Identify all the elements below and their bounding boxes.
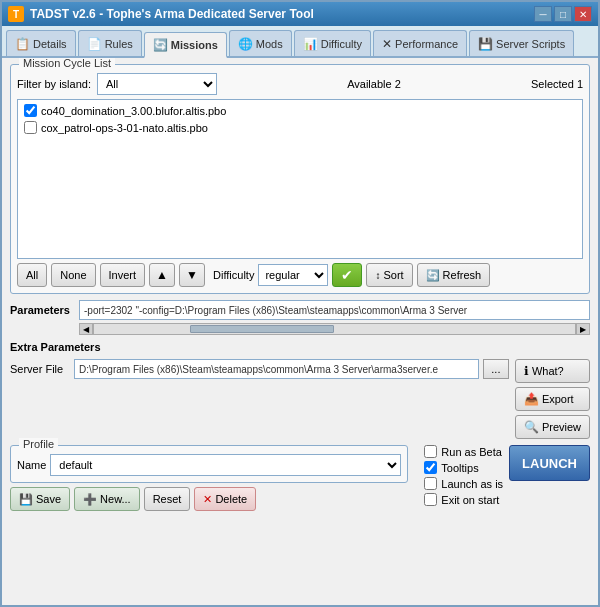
tab-server-scripts[interactable]: 💾 Server Scripts	[469, 30, 574, 56]
run-as-beta-label: Run as Beta	[441, 446, 502, 458]
tab-details[interactable]: 📋 Details	[6, 30, 76, 56]
params-scrollbar[interactable]	[93, 323, 576, 335]
all-button[interactable]: All	[17, 263, 47, 287]
parameters-input[interactable]	[79, 300, 590, 320]
rules-tab-icon: 📄	[87, 37, 102, 51]
difficulty-select[interactable]: regular recruit veteran mercenary	[258, 264, 328, 286]
new-button[interactable]: ➕ New...	[74, 487, 140, 511]
close-button[interactable]: ✕	[574, 6, 592, 22]
server-file-input[interactable]	[74, 359, 479, 379]
mission-item-2: cox_patrol-ops-3-01-nato.altis.pbo	[20, 119, 580, 136]
params-scrollbar-thumb	[190, 325, 334, 333]
save-icon: 💾	[19, 493, 33, 506]
what-button[interactable]: ℹ What?	[515, 359, 590, 383]
info-icon: ℹ	[524, 364, 529, 378]
mission-cycle-group-title: Mission Cycle List	[19, 58, 115, 69]
tab-performance-label: Performance	[395, 38, 458, 50]
server-scripts-tab-icon: 💾	[478, 37, 493, 51]
run-as-beta-checkbox[interactable]	[424, 445, 437, 458]
parameters-row: Parameters	[10, 300, 590, 320]
available-label: Available 2	[347, 78, 401, 90]
difficulty-tab-icon: 📊	[303, 37, 318, 51]
exit-on-start-checkbox[interactable]	[424, 493, 437, 506]
move-up-button[interactable]: ▲	[149, 263, 175, 287]
left-bottom-area: Profile Name default 💾 Save ➕	[10, 445, 408, 511]
run-as-beta-row: Run as Beta	[424, 445, 503, 458]
tab-bar: 📋 Details 📄 Rules 🔄 Missions 🌐 Mods 📊 Di…	[2, 26, 598, 58]
refresh-icon: 🔄	[426, 269, 440, 282]
difficulty-label: Difficulty	[213, 269, 254, 281]
profile-group-title: Profile	[19, 438, 58, 450]
bottom-buttons-row: 💾 Save ➕ New... Reset ✕ Delete	[10, 487, 408, 511]
sort-button[interactable]: ↕ Sort	[366, 263, 412, 287]
mission-2-checkbox[interactable]	[24, 121, 37, 134]
tab-mods-label: Mods	[256, 38, 283, 50]
reset-button[interactable]: Reset	[144, 487, 191, 511]
exit-on-start-row: Exit on start	[424, 493, 503, 506]
browse-button[interactable]: ...	[483, 359, 509, 379]
title-bar-left: T TADST v2.6 - Tophe's Arma Dedicated Se…	[8, 6, 314, 22]
invert-button[interactable]: Invert	[100, 263, 146, 287]
scrollbar-right-arrow[interactable]: ▶	[576, 323, 590, 335]
tab-mods[interactable]: 🌐 Mods	[229, 30, 292, 56]
tab-rules-label: Rules	[105, 38, 133, 50]
new-icon: ➕	[83, 493, 97, 506]
server-file-area: Server File ...	[10, 359, 509, 439]
tooltips-row: Tooltips	[424, 461, 503, 474]
params-scrollbar-container: ◀ ▶	[79, 323, 590, 335]
preview-icon: 🔍	[524, 420, 539, 434]
preview-button[interactable]: 🔍 Preview	[515, 415, 590, 439]
tooltips-checkbox[interactable]	[424, 461, 437, 474]
minimize-button[interactable]: ─	[534, 6, 552, 22]
extra-parameters-section: Extra Parameters	[10, 341, 590, 355]
server-file-row: Server File ...	[10, 359, 509, 379]
main-window: T TADST v2.6 - Tophe's Arma Dedicated Se…	[0, 0, 600, 607]
tab-missions-label: Missions	[171, 39, 218, 51]
delete-icon: ✕	[203, 493, 212, 506]
launch-button[interactable]: LAUNCH	[509, 445, 590, 481]
save-button[interactable]: 💾 Save	[10, 487, 70, 511]
refresh-button[interactable]: 🔄 Refresh	[417, 263, 491, 287]
tab-difficulty[interactable]: 📊 Difficulty	[294, 30, 371, 56]
missions-tab-icon: 🔄	[153, 38, 168, 52]
move-down-button[interactable]: ▼	[179, 263, 205, 287]
scrollbar-left-arrow[interactable]: ◀	[79, 323, 93, 335]
performance-tab-icon: ✕	[382, 37, 392, 51]
mods-tab-icon: 🌐	[238, 37, 253, 51]
maximize-button[interactable]: □	[554, 6, 572, 22]
checkmark-icon: ✔	[341, 267, 353, 283]
launch-as-is-row: Launch as is	[424, 477, 503, 490]
tooltips-label: Tooltips	[441, 462, 478, 474]
title-controls: ─ □ ✕	[534, 6, 592, 22]
filter-label: Filter by island:	[17, 78, 91, 90]
export-button[interactable]: 📤 Export	[515, 387, 590, 411]
tab-difficulty-label: Difficulty	[321, 38, 362, 50]
server-file-layout: Server File ... ℹ What? 📤 Export 🔍	[10, 359, 590, 439]
filter-island-select[interactable]: All Altis Stratis Tanoa	[97, 73, 217, 95]
selected-label: Selected 1	[531, 78, 583, 90]
mission-1-name: co40_domination_3.00.blufor.altis.pbo	[41, 105, 226, 117]
profile-name-select[interactable]: default	[50, 454, 401, 476]
sort-icon: ↕	[375, 270, 380, 281]
profile-name-row: Name default	[17, 454, 401, 476]
title-bar: T TADST v2.6 - Tophe's Arma Dedicated Se…	[2, 2, 598, 26]
launch-area: LAUNCH	[509, 445, 590, 481]
mission-list[interactable]: co40_domination_3.00.blufor.altis.pbo co…	[17, 99, 583, 259]
delete-button[interactable]: ✕ Delete	[194, 487, 256, 511]
profile-name-label: Name	[17, 459, 46, 471]
extra-parameters-label: Extra Parameters	[10, 341, 590, 353]
bottom-section: Profile Name default 💾 Save ➕	[10, 445, 590, 511]
tab-performance[interactable]: ✕ Performance	[373, 30, 467, 56]
parameters-label: Parameters	[10, 304, 75, 316]
profile-section: Profile Name default	[10, 445, 408, 483]
mission-1-checkbox[interactable]	[24, 104, 37, 117]
filter-row: Filter by island: All Altis Stratis Tano…	[17, 73, 583, 95]
tab-missions[interactable]: 🔄 Missions	[144, 32, 227, 58]
launch-as-is-checkbox[interactable]	[424, 477, 437, 490]
mission-cycle-group: Mission Cycle List Filter by island: All…	[10, 64, 590, 294]
none-button[interactable]: None	[51, 263, 95, 287]
apply-difficulty-button[interactable]: ✔	[332, 263, 362, 287]
export-icon: 📤	[524, 392, 539, 406]
tab-rules[interactable]: 📄 Rules	[78, 30, 142, 56]
server-file-label: Server File	[10, 363, 70, 375]
